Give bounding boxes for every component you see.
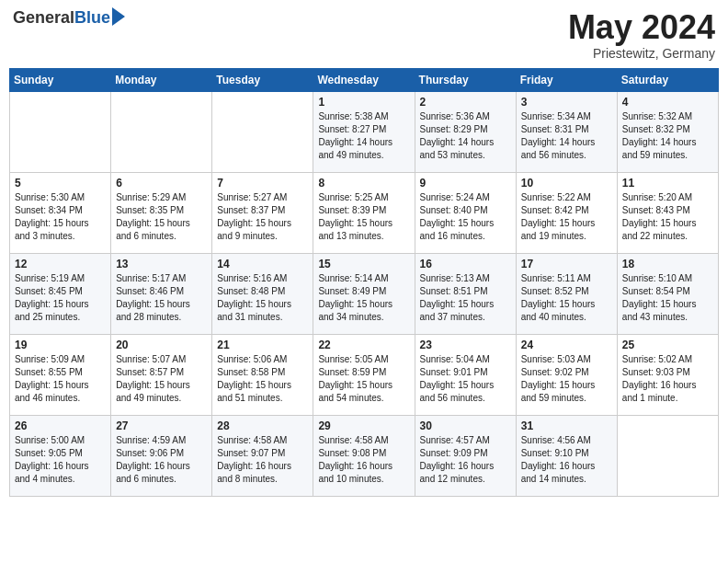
day-info: Sunrise: 5:04 AM Sunset: 9:01 PM Dayligh… bbox=[420, 353, 511, 405]
calendar-cell: 16Sunrise: 5:13 AM Sunset: 8:51 PM Dayli… bbox=[415, 253, 516, 334]
day-number: 22 bbox=[318, 339, 409, 351]
calendar-cell: 1Sunrise: 5:38 AM Sunset: 8:27 PM Daylig… bbox=[313, 91, 415, 172]
day-number: 20 bbox=[116, 339, 207, 351]
day-info: Sunrise: 4:58 AM Sunset: 9:07 PM Dayligh… bbox=[217, 434, 308, 486]
day-number: 17 bbox=[521, 258, 612, 270]
day-info: Sunrise: 5:02 AM Sunset: 9:03 PM Dayligh… bbox=[622, 353, 713, 405]
day-number: 29 bbox=[318, 419, 409, 432]
day-info: Sunrise: 5:32 AM Sunset: 8:32 PM Dayligh… bbox=[622, 110, 713, 162]
day-number: 15 bbox=[318, 258, 409, 270]
day-info: Sunrise: 5:14 AM Sunset: 8:49 PM Dayligh… bbox=[318, 272, 409, 324]
calendar-cell: 6Sunrise: 5:29 AM Sunset: 8:35 PM Daylig… bbox=[111, 172, 212, 253]
header-friday: Friday bbox=[516, 68, 617, 91]
calendar-cell: 9Sunrise: 5:24 AM Sunset: 8:40 PM Daylig… bbox=[415, 172, 516, 253]
day-info: Sunrise: 5:29 AM Sunset: 8:35 PM Dayligh… bbox=[116, 191, 207, 243]
calendar-cell bbox=[111, 91, 212, 172]
day-number: 9 bbox=[420, 177, 511, 190]
day-number: 11 bbox=[622, 177, 713, 190]
calendar-cell bbox=[10, 91, 111, 172]
day-info: Sunrise: 4:59 AM Sunset: 9:06 PM Dayligh… bbox=[116, 434, 207, 486]
calendar-week-row: 26Sunrise: 5:00 AM Sunset: 9:05 PM Dayli… bbox=[10, 415, 719, 496]
day-info: Sunrise: 5:09 AM Sunset: 8:55 PM Dayligh… bbox=[15, 353, 106, 405]
page-header: GeneralBlue May 2024 Priestewitz, German… bbox=[9, 9, 719, 61]
calendar-cell: 27Sunrise: 4:59 AM Sunset: 9:06 PM Dayli… bbox=[111, 415, 212, 496]
day-info: Sunrise: 5:20 AM Sunset: 8:43 PM Dayligh… bbox=[622, 191, 713, 243]
day-info: Sunrise: 5:05 AM Sunset: 8:59 PM Dayligh… bbox=[318, 353, 409, 405]
day-number: 31 bbox=[521, 419, 612, 432]
calendar-cell: 11Sunrise: 5:20 AM Sunset: 8:43 PM Dayli… bbox=[617, 172, 718, 253]
day-number: 3 bbox=[521, 96, 612, 109]
day-number: 16 bbox=[420, 258, 511, 270]
calendar-cell: 23Sunrise: 5:04 AM Sunset: 9:01 PM Dayli… bbox=[415, 334, 516, 415]
calendar-cell: 3Sunrise: 5:34 AM Sunset: 8:31 PM Daylig… bbox=[516, 91, 617, 172]
day-info: Sunrise: 5:34 AM Sunset: 8:31 PM Dayligh… bbox=[521, 110, 612, 162]
header-saturday: Saturday bbox=[617, 68, 718, 91]
day-number: 23 bbox=[420, 339, 511, 351]
day-info: Sunrise: 5:03 AM Sunset: 9:02 PM Dayligh… bbox=[521, 353, 612, 405]
calendar-table: SundayMondayTuesdayWednesdayThursdayFrid… bbox=[9, 68, 719, 497]
header-sunday: Sunday bbox=[10, 68, 111, 91]
month-year-title: May 2024 bbox=[568, 9, 715, 46]
calendar-cell: 22Sunrise: 5:05 AM Sunset: 8:59 PM Dayli… bbox=[313, 334, 415, 415]
day-number: 4 bbox=[622, 96, 713, 109]
day-number: 2 bbox=[420, 96, 511, 109]
calendar-week-row: 1Sunrise: 5:38 AM Sunset: 8:27 PM Daylig… bbox=[10, 91, 719, 172]
calendar-cell: 25Sunrise: 5:02 AM Sunset: 9:03 PM Dayli… bbox=[617, 334, 718, 415]
calendar-cell: 13Sunrise: 5:17 AM Sunset: 8:46 PM Dayli… bbox=[111, 253, 212, 334]
location-subtitle: Priestewitz, Germany bbox=[568, 46, 715, 61]
day-info: Sunrise: 4:56 AM Sunset: 9:10 PM Dayligh… bbox=[521, 434, 612, 486]
day-info: Sunrise: 5:07 AM Sunset: 8:57 PM Dayligh… bbox=[116, 353, 207, 405]
title-block: May 2024 Priestewitz, Germany bbox=[568, 9, 715, 61]
calendar-cell: 17Sunrise: 5:11 AM Sunset: 8:52 PM Dayli… bbox=[516, 253, 617, 334]
header-thursday: Thursday bbox=[415, 68, 516, 91]
day-number: 10 bbox=[521, 177, 612, 190]
header-wednesday: Wednesday bbox=[313, 68, 415, 91]
day-number: 7 bbox=[217, 177, 308, 190]
day-info: Sunrise: 5:13 AM Sunset: 8:51 PM Dayligh… bbox=[420, 272, 511, 324]
calendar-cell bbox=[617, 415, 718, 496]
day-info: Sunrise: 4:58 AM Sunset: 9:08 PM Dayligh… bbox=[318, 434, 409, 486]
day-number: 24 bbox=[521, 339, 612, 351]
day-info: Sunrise: 5:00 AM Sunset: 9:05 PM Dayligh… bbox=[15, 434, 106, 486]
logo-general: GeneralBlue bbox=[13, 9, 110, 28]
calendar-week-row: 19Sunrise: 5:09 AM Sunset: 8:55 PM Dayli… bbox=[10, 334, 719, 415]
day-number: 5 bbox=[15, 177, 106, 190]
day-number: 26 bbox=[15, 419, 106, 432]
day-number: 6 bbox=[116, 177, 207, 190]
calendar-cell: 29Sunrise: 4:58 AM Sunset: 9:08 PM Dayli… bbox=[313, 415, 415, 496]
calendar-cell: 14Sunrise: 5:16 AM Sunset: 8:48 PM Dayli… bbox=[212, 253, 313, 334]
calendar-cell: 2Sunrise: 5:36 AM Sunset: 8:29 PM Daylig… bbox=[415, 91, 516, 172]
calendar-cell: 4Sunrise: 5:32 AM Sunset: 8:32 PM Daylig… bbox=[617, 91, 718, 172]
day-number: 12 bbox=[15, 258, 106, 270]
header-row: SundayMondayTuesdayWednesdayThursdayFrid… bbox=[10, 68, 719, 91]
calendar-cell: 7Sunrise: 5:27 AM Sunset: 8:37 PM Daylig… bbox=[212, 172, 313, 253]
day-info: Sunrise: 5:06 AM Sunset: 8:58 PM Dayligh… bbox=[217, 353, 308, 405]
day-info: Sunrise: 5:38 AM Sunset: 8:27 PM Dayligh… bbox=[318, 110, 409, 162]
calendar-cell: 10Sunrise: 5:22 AM Sunset: 8:42 PM Dayli… bbox=[516, 172, 617, 253]
calendar-cell: 19Sunrise: 5:09 AM Sunset: 8:55 PM Dayli… bbox=[10, 334, 111, 415]
calendar-cell bbox=[212, 91, 313, 172]
logo: GeneralBlue bbox=[13, 9, 125, 28]
day-number: 1 bbox=[318, 96, 409, 109]
day-info: Sunrise: 5:16 AM Sunset: 8:48 PM Dayligh… bbox=[217, 272, 308, 324]
day-number: 28 bbox=[217, 419, 308, 432]
day-number: 27 bbox=[116, 419, 207, 432]
calendar-week-row: 12Sunrise: 5:19 AM Sunset: 8:45 PM Dayli… bbox=[10, 253, 719, 334]
calendar-cell: 12Sunrise: 5:19 AM Sunset: 8:45 PM Dayli… bbox=[10, 253, 111, 334]
calendar-week-row: 5Sunrise: 5:30 AM Sunset: 8:34 PM Daylig… bbox=[10, 172, 719, 253]
calendar-cell: 28Sunrise: 4:58 AM Sunset: 9:07 PM Dayli… bbox=[212, 415, 313, 496]
day-info: Sunrise: 5:17 AM Sunset: 8:46 PM Dayligh… bbox=[116, 272, 207, 324]
header-tuesday: Tuesday bbox=[212, 68, 313, 91]
logo-triangle-icon bbox=[112, 7, 125, 26]
calendar-cell: 5Sunrise: 5:30 AM Sunset: 8:34 PM Daylig… bbox=[10, 172, 111, 253]
day-number: 13 bbox=[116, 258, 207, 270]
day-info: Sunrise: 5:25 AM Sunset: 8:39 PM Dayligh… bbox=[318, 191, 409, 243]
calendar-cell: 18Sunrise: 5:10 AM Sunset: 8:54 PM Dayli… bbox=[617, 253, 718, 334]
day-number: 25 bbox=[622, 339, 713, 351]
day-info: Sunrise: 5:27 AM Sunset: 8:37 PM Dayligh… bbox=[217, 191, 308, 243]
day-number: 18 bbox=[622, 258, 713, 270]
day-info: Sunrise: 5:24 AM Sunset: 8:40 PM Dayligh… bbox=[420, 191, 511, 243]
day-info: Sunrise: 5:19 AM Sunset: 8:45 PM Dayligh… bbox=[15, 272, 106, 324]
calendar-cell: 21Sunrise: 5:06 AM Sunset: 8:58 PM Dayli… bbox=[212, 334, 313, 415]
day-number: 19 bbox=[15, 339, 106, 351]
